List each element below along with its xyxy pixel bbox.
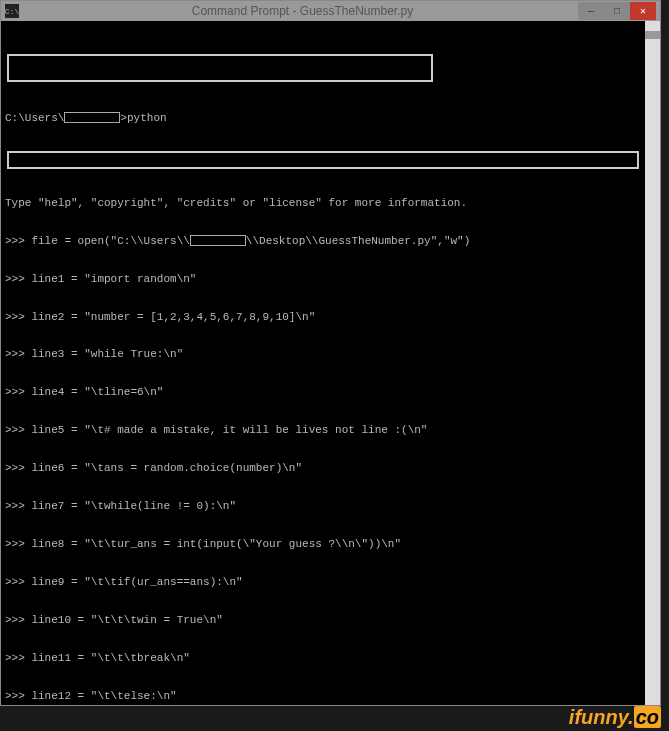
terminal-line: >>> line3 = "while True:\n" — [5, 348, 656, 361]
terminal-line: Type "help", "copyright", "credits" or "… — [5, 197, 656, 210]
scrollbar[interactable] — [645, 21, 660, 705]
scrollbar-thumb[interactable] — [645, 31, 660, 39]
terminal-output[interactable]: C:\Users\>python Type "help", "copyright… — [1, 21, 660, 705]
terminal-line: >>> line7 = "\twhile(line != 0):\n" — [5, 500, 656, 513]
terminal-line: >>> line5 = "\t# made a mistake, it will… — [5, 424, 656, 437]
watermark-suffix: co — [634, 706, 661, 728]
close-button[interactable]: ✕ — [630, 2, 656, 20]
minimize-button[interactable]: — — [578, 2, 604, 20]
input-box-top — [7, 54, 433, 82]
terminal-line: >>> line9 = "\t\tif(ur_ans==ans):\n" — [5, 576, 656, 589]
maximize-button[interactable]: □ — [604, 2, 630, 20]
terminal-line: >>> file = open("C:\\Users\\\\Desktop\\G… — [5, 235, 656, 248]
terminal-line: >>> line4 = "\tline=6\n" — [5, 386, 656, 399]
app-icon: C:\ — [5, 4, 19, 18]
terminal-line: >>> line11 = "\t\t\tbreak\n" — [5, 652, 656, 665]
redacted-username — [64, 112, 120, 123]
command-prompt-window: C:\ Command Prompt - GuessTheNumber.py —… — [0, 0, 661, 706]
watermark: ifunny.co — [569, 706, 661, 729]
terminal-line: >>> line2 = "number = [1,2,3,4,5,6,7,8,9… — [5, 311, 656, 324]
input-box-mid — [7, 151, 639, 169]
terminal-line: >>> line6 = "\tans = random.choice(numbe… — [5, 462, 656, 475]
window-controls: — □ ✕ — [578, 2, 656, 20]
window-title: Command Prompt - GuessTheNumber.py — [27, 4, 578, 18]
terminal-line: >>> line1 = "import random\n" — [5, 273, 656, 286]
redacted-username — [190, 235, 246, 246]
watermark-brand: ifunny. — [569, 706, 634, 728]
terminal-line: >>> line8 = "\t\tur_ans = int(input(\"Yo… — [5, 538, 656, 551]
titlebar[interactable]: C:\ Command Prompt - GuessTheNumber.py —… — [1, 1, 660, 21]
terminal-line: >>> line10 = "\t\t\twin = True\n" — [5, 614, 656, 627]
terminal-line: >>> line12 = "\t\telse:\n" — [5, 690, 656, 703]
terminal-line: C:\Users\>python — [5, 112, 656, 125]
